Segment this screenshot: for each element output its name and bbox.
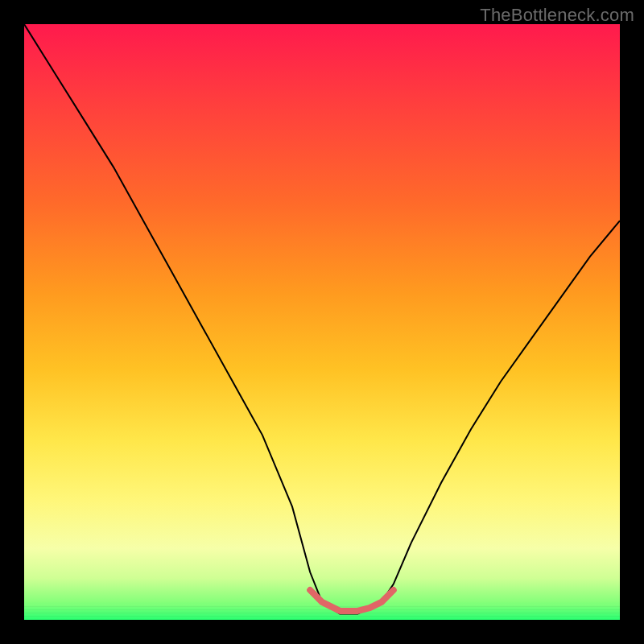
- chart-frame: TheBottleneck.com: [0, 0, 644, 644]
- plot-area: [24, 24, 620, 620]
- watermark-text: TheBottleneck.com: [480, 5, 634, 26]
- chart-svg: [24, 24, 620, 620]
- bottom-accent-curve: [310, 590, 394, 611]
- bottleneck-curve: [24, 24, 620, 614]
